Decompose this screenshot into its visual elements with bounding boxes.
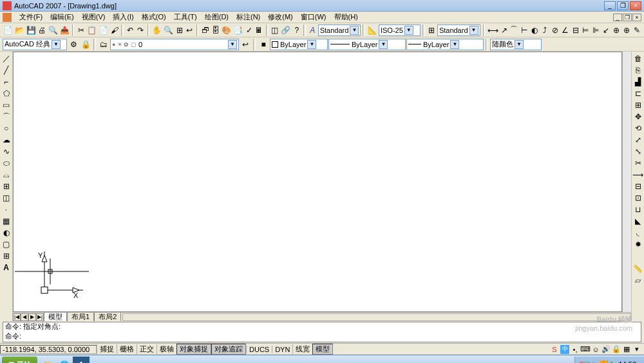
dropdown-icon[interactable]: ▼ (52, 40, 61, 49)
makeblock-icon[interactable]: ◫ (1, 192, 12, 204)
preview-icon[interactable]: 🔍 (48, 25, 59, 36)
textstyle-combo[interactable]: Standard▼ (318, 25, 361, 36)
status-osnap[interactable]: 对象捕捉 (176, 344, 211, 355)
tab-model[interactable]: 模型 (44, 313, 67, 321)
status-lwt[interactable]: 线宽 (292, 344, 312, 354)
tray-lock-icon[interactable]: 🔒 (612, 345, 621, 354)
move-icon[interactable]: ✥ (632, 111, 644, 123)
menu-window[interactable]: 窗口(W) (297, 12, 330, 22)
menu-insert[interactable]: 插入(I) (109, 12, 137, 22)
color-combo[interactable]: ByLayer▼ (270, 39, 328, 50)
layer-manager-icon[interactable]: 🗂 (98, 39, 109, 50)
layer-combo[interactable]: ● ☀ ✿ ▢ 0▼ (110, 39, 239, 50)
dimstyle-icon[interactable]: 📐 (367, 25, 378, 36)
ellipse-icon[interactable]: ⬭ (1, 157, 12, 169)
ql-explorer-icon[interactable]: 📁 (39, 357, 56, 364)
fillet-icon[interactable]: ◟ (632, 227, 644, 239)
region-icon[interactable]: ▢ (1, 239, 12, 250)
maximize-button[interactable]: ❐ (617, 1, 629, 10)
jogged-dim-icon[interactable]: ⤴ (540, 25, 550, 36)
horizontal-scrollbar[interactable] (122, 313, 631, 321)
mtext-icon[interactable]: A (1, 262, 12, 273)
explode-icon[interactable]: ✸ (632, 239, 644, 250)
hatch-icon[interactable]: ▦ (1, 215, 12, 227)
sys-network-icon[interactable]: 📶 (600, 360, 609, 364)
status-ortho[interactable]: 正交 (137, 344, 156, 354)
dropdown-icon[interactable]: ▼ (450, 40, 459, 49)
rectangle-icon[interactable]: ▭ (1, 99, 12, 111)
layer-prev-icon[interactable]: ↩ (240, 39, 251, 50)
tray-mic-icon[interactable]: 🔊 (601, 345, 611, 354)
start-button[interactable]: ⊞开始 (2, 357, 37, 364)
breakat-icon[interactable]: ⊡ (632, 192, 644, 204)
chamfer-icon[interactable]: ◣ (632, 215, 644, 227)
markup-icon[interactable]: ✓ (244, 25, 254, 36)
status-grid[interactable]: 栅格 (117, 344, 137, 354)
tab-layout1[interactable]: 布局1 (67, 313, 94, 321)
radius-dim-icon[interactable]: ◐ (530, 25, 540, 36)
center-icon[interactable]: ⊕ (621, 25, 631, 36)
arc-icon[interactable]: ⌒ (1, 111, 12, 123)
polygon-icon[interactable]: ⬠ (1, 88, 12, 99)
break-icon[interactable]: ⊟ (632, 181, 644, 192)
gradient-icon[interactable]: ◐ (1, 227, 12, 239)
status-dyn[interactable]: DYN (272, 346, 292, 353)
menu-format[interactable]: 格式(O) (138, 12, 170, 22)
trim-icon[interactable]: ✂ (632, 157, 644, 169)
ql-browser-icon[interactable]: 🌐 (56, 357, 73, 364)
dropdown-icon[interactable]: ▼ (379, 40, 388, 49)
menu-help[interactable]: 帮助(H) (330, 12, 362, 22)
status-model[interactable]: 模型 (312, 344, 333, 355)
menu-tools[interactable]: 工具(T) (170, 12, 201, 22)
menu-modify[interactable]: 修改(M) (264, 12, 297, 22)
menu-edit[interactable]: 编辑(E) (46, 12, 78, 22)
xline-icon[interactable]: ╱ (1, 64, 12, 76)
copy-icon[interactable]: ⎘ (632, 64, 644, 76)
plotstyle-combo[interactable]: 随颜色▼ (490, 39, 542, 50)
line-icon[interactable]: ／ (1, 53, 12, 64)
xref-icon[interactable]: 🔗 (280, 25, 291, 36)
spline-icon[interactable]: ∿ (1, 146, 12, 157)
copy-icon[interactable]: 📋 (86, 25, 97, 36)
angular-dim-icon[interactable]: ∠ (560, 25, 570, 36)
dropdown-icon[interactable]: ▼ (228, 40, 237, 49)
insert-icon[interactable]: ⊞ (1, 181, 12, 192)
drawing-canvas[interactable]: XY (13, 52, 622, 312)
point-icon[interactable]: · (1, 204, 12, 215)
tray-punct-icon[interactable]: •, (571, 345, 580, 354)
tray-grid-icon[interactable]: ▦ (622, 345, 631, 354)
dropdown-icon[interactable]: ▼ (350, 26, 359, 35)
sys-volume-icon[interactable]: 🔊 (591, 360, 600, 364)
tray-ime-icon[interactable]: 中 (560, 345, 569, 354)
tablestyle-combo[interactable]: Standard▼ (437, 25, 480, 36)
zoomwin-icon[interactable]: ⊞ (175, 25, 184, 36)
tray-kbd-icon[interactable]: ⌨ (581, 345, 590, 354)
diameter-dim-icon[interactable]: ⊘ (550, 25, 560, 36)
help-icon[interactable]: ? (292, 25, 301, 36)
sys-security-icon[interactable]: 🛡 (583, 360, 591, 363)
tray-face-icon[interactable]: ☺ (591, 345, 600, 354)
redo-icon[interactable]: ↷ (136, 25, 146, 36)
linetype-combo[interactable]: ByLayer▼ (328, 39, 406, 50)
paste-icon[interactable]: 📄 (98, 25, 109, 36)
save-icon[interactable]: 💾 (26, 25, 37, 36)
scale-icon[interactable]: ⤢ (632, 134, 644, 146)
menu-file[interactable]: 文件(F) (15, 12, 46, 22)
workspace-combo[interactable]: AutoCAD 经典▼ (3, 39, 67, 50)
calc-icon[interactable]: 🖩 (254, 25, 264, 36)
doc-close[interactable]: × (632, 14, 641, 21)
offset-icon[interactable]: ⊏ (632, 88, 644, 99)
quick-dim-icon[interactable]: ⊟ (571, 25, 580, 36)
linear-dim-icon[interactable]: ⟷ (487, 25, 498, 36)
tray-manage-icon[interactable]: ▾ (632, 345, 641, 354)
properties-icon[interactable]: 🗗 (200, 25, 210, 36)
pan-icon[interactable]: ✋ (151, 25, 162, 36)
color-icon[interactable]: ■ (258, 39, 269, 50)
zoomrt-icon[interactable]: 🔍 (163, 25, 174, 36)
print-icon[interactable]: 🖨 (37, 25, 47, 36)
sys-sogou-icon[interactable]: S (579, 360, 583, 363)
table-icon[interactable]: ⊞ (1, 250, 12, 262)
sheetset-icon[interactable]: 📑 (232, 25, 243, 36)
dropdown-icon[interactable]: ▼ (469, 26, 478, 35)
status-ducs[interactable]: DUCS (246, 346, 272, 353)
